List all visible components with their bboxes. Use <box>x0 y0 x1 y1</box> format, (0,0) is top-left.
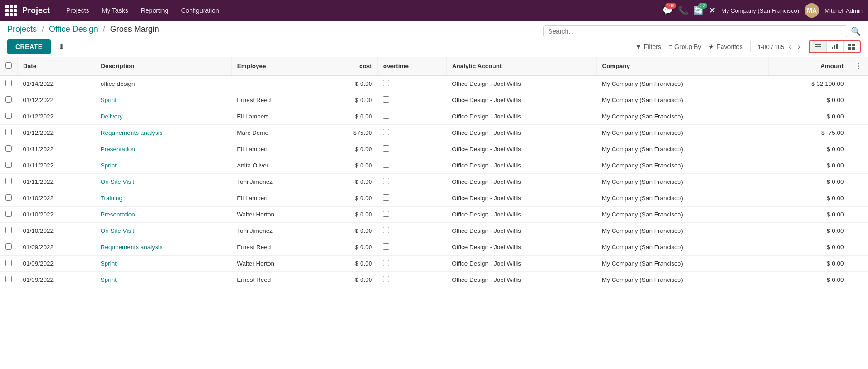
row-amount: $ 0.00 <box>768 108 849 125</box>
col-header-employee[interactable]: Employee <box>231 57 322 75</box>
row-description[interactable]: On Site Visit <box>95 223 231 239</box>
table-row: 01/10/2022 Presentation Walter Horton $ … <box>0 207 868 223</box>
row-checkbox-cell <box>0 141 18 157</box>
row-cost: $ 0.00 <box>322 239 377 256</box>
overtime-checkbox[interactable] <box>383 260 389 266</box>
search-input[interactable] <box>548 28 842 35</box>
breadcrumb-officedesign[interactable]: Office Design <box>49 25 98 34</box>
col-header-amount[interactable]: Amount <box>768 57 849 75</box>
list-view-button[interactable] <box>810 41 827 52</box>
row-checkbox[interactable] <box>5 178 12 184</box>
row-description[interactable]: Sprint <box>95 157 231 174</box>
row-cost: $ 0.00 <box>322 92 377 108</box>
row-checkbox[interactable] <box>5 276 12 282</box>
row-analytic: Office Design - Joel Willis <box>446 207 596 223</box>
row-checkbox[interactable] <box>5 145 12 152</box>
grid-view-button[interactable] <box>844 41 860 52</box>
group-by-button[interactable]: ≡ Group By <box>668 41 701 52</box>
row-checkbox[interactable] <box>5 80 12 86</box>
overtime-checkbox[interactable] <box>383 129 389 135</box>
overtime-checkbox[interactable] <box>383 80 389 86</box>
row-description[interactable]: Requirements analysis <box>95 125 231 141</box>
favorites-button[interactable]: ★ Favorites <box>708 41 743 52</box>
row-amount: $ 0.00 <box>768 256 849 272</box>
col-header-description[interactable]: Description <box>95 57 231 75</box>
close-icon[interactable]: ✕ <box>709 5 716 15</box>
row-description[interactable]: Sprint <box>95 256 231 272</box>
row-description[interactable]: Presentation <box>95 141 231 157</box>
pagination-prev[interactable]: ‹ <box>787 42 793 52</box>
menu-item-mytasks[interactable]: My Tasks <box>97 4 134 17</box>
row-options <box>849 141 868 157</box>
avatar[interactable]: MA <box>805 3 819 18</box>
row-checkbox[interactable] <box>5 113 12 119</box>
table-row: 01/10/2022 Training Eli Lambert $ 0.00 O… <box>0 190 868 207</box>
row-options <box>849 256 868 272</box>
col-header-overtime[interactable]: overtime <box>377 57 446 75</box>
row-description[interactable]: On Site Visit <box>95 174 231 190</box>
breadcrumb-projects[interactable]: Projects <box>7 25 37 34</box>
row-description[interactable]: Presentation <box>95 207 231 223</box>
table-row: 01/12/2022 Sprint Ernest Reed $ 0.00 Off… <box>0 92 868 108</box>
row-date: 01/12/2022 <box>18 92 95 108</box>
row-checkbox[interactable] <box>5 194 12 201</box>
pagination-next[interactable]: › <box>796 42 802 52</box>
col-header-cost[interactable]: cost <box>322 57 377 75</box>
row-employee: Walter Horton <box>231 256 322 272</box>
overtime-checkbox[interactable] <box>383 227 389 233</box>
row-checkbox[interactable] <box>5 96 12 103</box>
row-description: office design <box>95 75 231 92</box>
row-description[interactable]: Sprint <box>95 92 231 108</box>
overtime-checkbox[interactable] <box>383 96 389 103</box>
chat-icon[interactable]: 💬 166 <box>663 5 673 15</box>
row-date: 01/12/2022 <box>18 125 95 141</box>
col-options-header[interactable]: ⋮ <box>849 57 868 75</box>
phone-icon[interactable]: 📞 <box>678 5 688 15</box>
overtime-checkbox[interactable] <box>383 113 389 119</box>
row-checkbox[interactable] <box>5 129 12 135</box>
row-description[interactable]: Sprint <box>95 272 231 288</box>
row-checkbox[interactable] <box>5 211 12 217</box>
overtime-checkbox[interactable] <box>383 145 389 152</box>
overtime-checkbox[interactable] <box>383 276 389 282</box>
overtime-checkbox[interactable] <box>383 178 389 184</box>
row-description[interactable]: Requirements analysis <box>95 239 231 256</box>
menu-item-configuration[interactable]: Configuration <box>176 4 224 17</box>
create-button[interactable]: CREATE <box>7 39 51 54</box>
row-checkbox[interactable] <box>5 260 12 266</box>
row-overtime <box>377 125 446 141</box>
filters-button[interactable]: ▼ Filters <box>635 41 661 52</box>
row-employee: Eli Lambert <box>231 108 322 125</box>
row-employee <box>231 75 322 92</box>
svg-rect-9 <box>852 47 855 50</box>
overtime-checkbox[interactable] <box>383 194 389 201</box>
row-description[interactable]: Delivery <box>95 108 231 125</box>
svg-rect-0 <box>815 44 821 45</box>
col-header-analytic[interactable]: Analytic Account <box>446 57 596 75</box>
overtime-checkbox[interactable] <box>383 211 389 217</box>
row-checkbox[interactable] <box>5 162 12 168</box>
filter-icon: ▼ <box>635 43 642 50</box>
col-header-date[interactable]: Date <box>18 57 95 75</box>
row-options <box>849 92 868 108</box>
search-button[interactable]: 🔍 <box>851 26 861 36</box>
row-company: My Company (San Francisco) <box>596 272 768 288</box>
row-company: My Company (San Francisco) <box>596 125 768 141</box>
menu-item-reporting[interactable]: Reporting <box>136 4 174 17</box>
app-title[interactable]: Project <box>22 6 50 15</box>
select-all-checkbox[interactable] <box>5 62 12 69</box>
row-checkbox[interactable] <box>5 243 12 250</box>
overtime-checkbox[interactable] <box>383 162 389 168</box>
pagination-info: 1-80 / 185 ‹ › <box>758 42 802 52</box>
apps-icon[interactable] <box>5 5 17 16</box>
menu-item-projects[interactable]: Projects <box>61 4 95 17</box>
row-date: 01/10/2022 <box>18 223 95 239</box>
row-checkbox-cell <box>0 190 18 207</box>
row-checkbox[interactable] <box>5 227 12 233</box>
col-header-company[interactable]: Company <box>596 57 768 75</box>
overtime-checkbox[interactable] <box>383 243 389 250</box>
refresh-icon[interactable]: 🔄 32 <box>693 5 703 15</box>
chart-view-button[interactable] <box>827 41 844 52</box>
download-button[interactable]: ⬇ <box>54 40 68 54</box>
row-description[interactable]: Training <box>95 190 231 207</box>
